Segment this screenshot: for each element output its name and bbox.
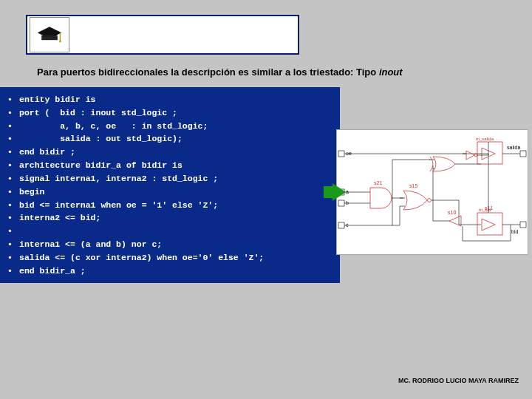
code-line: •entity bidir is: [7, 93, 340, 106]
subtitle-prefix: Para puertos bidireccionales la descripc…: [37, 66, 379, 78]
code-line: •end bidir ;: [7, 146, 340, 159]
code-line: •port ( bid : inout std_logic ;: [7, 106, 340, 120]
bullet-icon: •: [7, 172, 19, 185]
arrow-head-icon: [332, 183, 346, 201]
port-c: c: [346, 222, 349, 228]
bullet-icon: •: [7, 132, 19, 146]
code-line: •: [7, 225, 340, 238]
code-line: •end bidir_a ;: [7, 265, 340, 278]
code-line: •salida <= (c xor interna2) when oe='0' …: [7, 251, 340, 265]
circuit-diagram: oe a b c s21 s15: [336, 129, 528, 255]
svg-rect-20: [477, 213, 502, 235]
svg-rect-35: [477, 142, 502, 164]
bullet-icon: •: [7, 211, 19, 225]
code-panel: •entity bidir is •port ( bid : inout std…: [0, 87, 340, 283]
bullet-icon: •: [7, 238, 19, 251]
bullet-icon: •: [7, 106, 19, 120]
code-line: •interna1 <= (a and b) nor c;: [7, 238, 340, 251]
bullet-icon: •: [7, 199, 19, 212]
bullet-icon: •: [7, 185, 19, 199]
grad-cap-icon: [30, 17, 69, 52]
bullet-icon: •: [7, 146, 19, 159]
code-line: •interna2 <= bid;: [7, 211, 340, 225]
svg-rect-6: [338, 222, 344, 228]
subtitle-text: Para puertos bidireccionales la descripc…: [37, 66, 403, 78]
sig-s11: s11: [485, 205, 493, 211]
bullet-icon: •: [7, 251, 19, 265]
bullet-icon: •: [7, 225, 19, 238]
svg-rect-0: [41, 35, 58, 40]
bullet-icon: •: [7, 159, 19, 172]
bullet-icon: •: [7, 120, 19, 133]
title-bar: [26, 15, 299, 55]
code-line: •begin: [7, 185, 340, 199]
subtitle-keyword: inout: [379, 66, 403, 78]
svg-rect-5: [338, 200, 344, 206]
buf-trisalida: tri_salida: [476, 137, 494, 141]
bullet-icon: •: [7, 265, 19, 278]
port-a: a: [346, 189, 349, 194]
svg-point-2: [59, 41, 61, 43]
out-bid: bid: [511, 229, 518, 234]
code-line: • salida : out std_logic);: [7, 132, 340, 146]
svg-rect-3: [338, 151, 344, 157]
gate-s21: s21: [374, 180, 382, 185]
code-line: • a, b, c, oe : in std_logic;: [7, 120, 340, 133]
code-line: •signal interna1, interna2 : std_logic ;: [7, 172, 340, 185]
svg-point-12: [428, 199, 432, 202]
footer-author: MC. RODRIGO LUCIO MAYA RAMIREZ: [398, 377, 519, 384]
port-oe: oe: [346, 151, 352, 156]
svg-rect-37: [520, 151, 526, 157]
sig-s10: s10: [448, 210, 456, 215]
bullet-icon: •: [7, 93, 19, 106]
port-b: b: [346, 200, 349, 205]
code-line: •architecture bidir_a of bidir is: [7, 159, 340, 172]
code-line: •bid <= interna1 when oe = '1' else 'Z';: [7, 199, 340, 212]
gate-s15: s15: [409, 183, 417, 188]
svg-rect-24: [520, 222, 526, 228]
out-salida: salida: [507, 145, 520, 150]
